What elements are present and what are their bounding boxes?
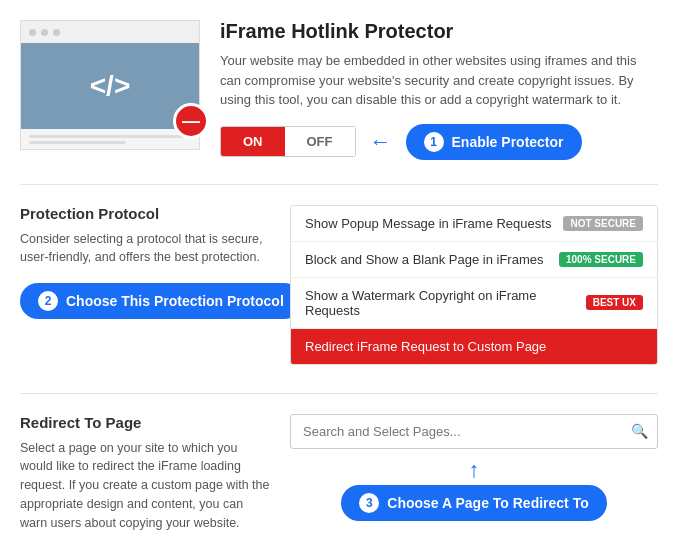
step2-badge[interactable]: 2 Choose This Protection Protocol — [20, 283, 302, 319]
protocol-option-4[interactable]: Redirect iFrame Request to Custom Page — [291, 329, 657, 364]
step2-row: 2 Choose This Protection Protocol → — [20, 283, 270, 319]
dot2 — [41, 29, 48, 36]
redirect-left: Redirect To Page Select a page on your s… — [20, 414, 270, 543]
search-field-row: 🔍 — [290, 414, 658, 449]
protocol-description: Consider selecting a protocol that is se… — [20, 230, 270, 268]
toggle-on-button[interactable]: ON — [221, 127, 285, 156]
page-title: iFrame Hotlink Protector — [220, 20, 658, 43]
redirect-heading: Redirect To Page — [20, 414, 270, 431]
redirect-description: Select a page on your site to which you … — [20, 439, 270, 533]
badge-not-secure: NOT SECURE — [563, 216, 643, 231]
iframe-preview-image: </> — — [20, 20, 200, 150]
protocol-section: Protection Protocol Consider selecting a… — [20, 205, 658, 365]
page-description: Your website may be embedded in other we… — [220, 51, 658, 110]
step1-num: 1 — [424, 132, 444, 152]
divider1 — [20, 184, 658, 185]
step2-num: 2 — [38, 291, 58, 311]
arrow-up-icon: ↑ — [469, 457, 480, 483]
no-entry-icon: — — [173, 103, 209, 139]
protocol-label-3: Show a Watermark Copyright on iFrame Req… — [305, 288, 586, 318]
step1-label: Enable Protector — [452, 134, 564, 150]
redirect-right: 🔍 ↑ 3 Choose A Page To Redirect To — [290, 414, 658, 521]
step1-badge[interactable]: 1 Enable Protector — [406, 124, 582, 160]
preview-body: </> — — [21, 43, 199, 129]
top-info: iFrame Hotlink Protector Your website ma… — [220, 20, 658, 160]
protocol-label-2: Block and Show a Blank Page in iFrames — [305, 252, 543, 267]
preview-titlebar — [21, 21, 199, 43]
step2-label: Choose This Protection Protocol — [66, 293, 284, 309]
protocol-option-3[interactable]: Show a Watermark Copyright on iFrame Req… — [291, 278, 657, 329]
step3-num: 3 — [359, 493, 379, 513]
step3-badge[interactable]: 3 Choose A Page To Redirect To — [341, 485, 606, 521]
badge-best-ux: BEST UX — [586, 295, 643, 310]
arrow-right-icon: ← — [370, 129, 392, 155]
divider2 — [20, 393, 658, 394]
step3-label: Choose A Page To Redirect To — [387, 495, 588, 511]
toggle-off-button[interactable]: OFF — [285, 127, 355, 156]
protocol-options: Show Popup Message in iFrame Requests NO… — [290, 205, 658, 365]
step3-area: ↑ 3 Choose A Page To Redirect To — [290, 457, 658, 521]
preview-footer — [21, 129, 199, 149]
protocol-label-4: Redirect iFrame Request to Custom Page — [305, 339, 546, 354]
badge-100-secure: 100% SECURE — [559, 252, 643, 267]
search-icon: 🔍 — [631, 423, 648, 439]
protocol-option-1[interactable]: Show Popup Message in iFrame Requests NO… — [291, 206, 657, 242]
toggle-row: ON OFF ← 1 Enable Protector — [220, 124, 658, 160]
top-section: </> — iFrame Hotlink Protector Your webs… — [20, 20, 658, 160]
footer-line1 — [29, 135, 191, 138]
protocol-left: Protection Protocol Consider selecting a… — [20, 205, 270, 320]
dot1 — [29, 29, 36, 36]
redirect-section: Redirect To Page Select a page on your s… — [20, 414, 658, 543]
dot3 — [53, 29, 60, 36]
footer-line2 — [29, 141, 126, 144]
protocol-heading: Protection Protocol — [20, 205, 270, 222]
protocol-label-1: Show Popup Message in iFrame Requests — [305, 216, 551, 231]
code-icon: </> — [90, 70, 130, 102]
toggle-switch[interactable]: ON OFF — [220, 126, 356, 157]
search-pages-input[interactable] — [290, 414, 658, 449]
protocol-option-2[interactable]: Block and Show a Blank Page in iFrames 1… — [291, 242, 657, 278]
